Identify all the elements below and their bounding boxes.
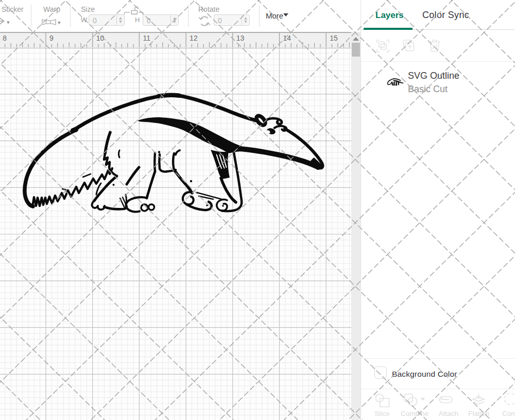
svg-text:Combine: Combine <box>401 410 428 417</box>
svg-text:Slice: Slice <box>374 410 389 417</box>
svg-text:Conto: Conto <box>502 410 515 417</box>
svg-text:Flatten: Flatten <box>468 410 489 417</box>
svg-text:Attach: Attach <box>439 410 458 417</box>
